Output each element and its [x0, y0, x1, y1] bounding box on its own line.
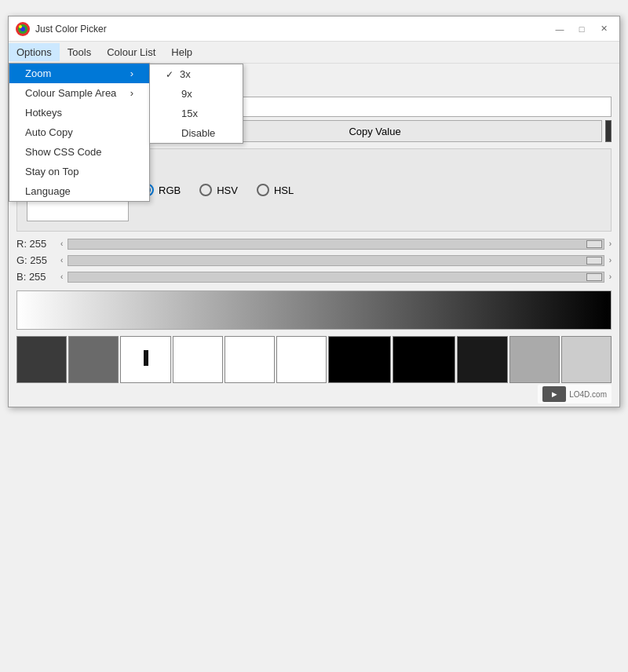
- zoom-arrow-icon: ›: [130, 68, 133, 79]
- close-button[interactable]: ✕: [594, 20, 613, 38]
- app-icon: [15, 21, 31, 37]
- g-slider-row: G: 255 ‹ ›: [16, 254, 612, 266]
- menu-item-show-css-code[interactable]: Show CSS Code: [9, 142, 149, 162]
- app-window: Just Color Picker — □ ✕ Options Tools Co…: [8, 16, 620, 407]
- menubar: Options Tools Colour List Help Zoom › 3x…: [9, 42, 619, 64]
- radio-hsl[interactable]: HSL: [257, 184, 294, 196]
- history-swatch-1[interactable]: [68, 336, 119, 383]
- g-right-arrow[interactable]: ›: [609, 256, 612, 265]
- zoom-menu-container: Zoom › 3x 9x 15x Disable: [9, 64, 149, 83]
- r-left-arrow[interactable]: ‹: [60, 239, 63, 248]
- r-slider-track[interactable]: [68, 239, 604, 250]
- zoom-9x[interactable]: 9x: [150, 84, 243, 104]
- menu-help[interactable]: Help: [163, 43, 200, 61]
- titlebar: Just Color Picker — □ ✕: [9, 16, 619, 42]
- b-right-arrow[interactable]: ›: [609, 272, 612, 281]
- menu-item-stay-on-top[interactable]: Stay on Top: [9, 162, 149, 181]
- history-swatch-3[interactable]: [173, 336, 223, 383]
- b-slider-row: B: 255 ‹ ›: [16, 271, 612, 283]
- titlebar-controls: — □ ✕: [550, 20, 613, 38]
- g-label: G: 255: [16, 254, 56, 266]
- color-mode-radio-group: RGB HSV HSL: [141, 184, 294, 196]
- menu-tools[interactable]: Tools: [60, 43, 99, 61]
- r-right-arrow[interactable]: ›: [609, 239, 612, 248]
- sliders-section: R: 255 ‹ › G: 255 ‹ › B: 255 ‹: [16, 238, 612, 283]
- gradient-bar[interactable]: [16, 290, 612, 330]
- r-slider-thumb: [586, 240, 602, 248]
- watermark-text: LO4D.com: [569, 390, 607, 399]
- menu-item-auto-copy[interactable]: Auto Copy: [9, 122, 149, 142]
- b-left-arrow[interactable]: ‹: [60, 272, 63, 281]
- window-title: Just Color Picker: [35, 24, 107, 35]
- radio-hsv-circle: [199, 184, 212, 196]
- watermark: ▶ LO4D.com: [538, 385, 612, 404]
- history-swatch-6[interactable]: [328, 336, 391, 383]
- history-swatch-9[interactable]: [509, 336, 560, 383]
- watermark-container: ▶ LO4D.com: [9, 391, 619, 407]
- g-slider-track[interactable]: [68, 255, 604, 266]
- r-slider-row: R: 255 ‹ ›: [16, 238, 612, 250]
- menu-item-hotkeys[interactable]: Hotkeys: [9, 103, 149, 122]
- color-indicator-bar: [605, 120, 612, 142]
- g-slider-thumb: [586, 257, 602, 265]
- color-history: [16, 336, 612, 383]
- history-swatch-2[interactable]: [120, 336, 170, 383]
- r-label: R: 255: [16, 238, 56, 250]
- menu-item-zoom[interactable]: Zoom ›: [9, 64, 149, 83]
- menu-item-language[interactable]: Language: [9, 181, 149, 201]
- zoom-15x[interactable]: 15x: [150, 104, 243, 123]
- colour-sample-arrow-icon: ›: [130, 87, 133, 99]
- maximize-button[interactable]: □: [572, 20, 591, 38]
- menu-colour-list[interactable]: Colour List: [99, 43, 163, 61]
- radio-hsv[interactable]: HSV: [199, 184, 238, 196]
- swatch-mark: [144, 350, 148, 366]
- g-left-arrow[interactable]: ‹: [60, 256, 63, 265]
- lo4d-logo: ▶: [542, 386, 566, 402]
- menu-options[interactable]: Options: [9, 43, 60, 61]
- history-swatch-7[interactable]: [392, 336, 455, 383]
- svg-point-3: [19, 25, 22, 28]
- options-dropdown: Zoom › 3x 9x 15x Disable: [9, 63, 150, 202]
- b-slider-thumb: [586, 273, 602, 281]
- zoom-3x[interactable]: 3x: [150, 64, 243, 84]
- history-swatch-10[interactable]: [561, 336, 612, 383]
- history-swatch-8[interactable]: [457, 336, 507, 383]
- zoom-disable[interactable]: Disable: [150, 123, 243, 143]
- minimize-button[interactable]: —: [550, 20, 569, 38]
- history-swatch-4[interactable]: [225, 336, 275, 383]
- zoom-submenu: 3x 9x 15x Disable: [149, 64, 243, 144]
- b-slider-track[interactable]: [68, 272, 604, 283]
- radio-hsl-circle: [257, 184, 269, 196]
- history-swatch-0[interactable]: [16, 336, 67, 383]
- menu-item-colour-sample-area[interactable]: Colour Sample Area ›: [9, 83, 149, 103]
- history-swatch-5[interactable]: [276, 336, 327, 383]
- titlebar-left: Just Color Picker: [15, 21, 107, 37]
- b-label: B: 255: [16, 271, 56, 283]
